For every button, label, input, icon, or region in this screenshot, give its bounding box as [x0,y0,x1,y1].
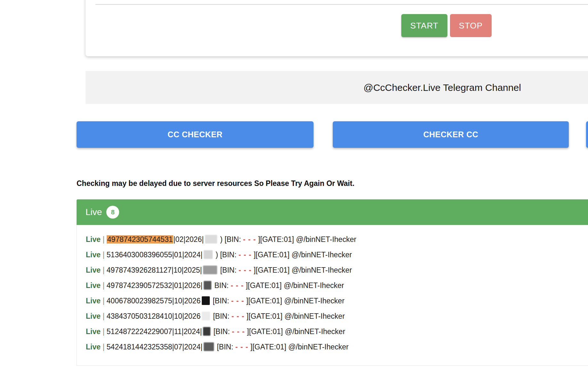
gate-tag-text: ][GATE:01] @/binNET-Ihecker [256,235,356,244]
live-panel-header: Live 8 [77,199,588,225]
live-panel-title: Live [86,207,102,217]
result-row: Live | 4006780023982575|10|2026[BIN: - -… [86,296,588,312]
separator: | [101,266,107,274]
redaction-block [202,296,210,305]
divider [95,4,588,5]
bin-dashes: - - - [239,266,252,274]
live-count-badge: 8 [106,206,119,219]
result-row: Live | 5136403008396055|01|2024|) [BIN: … [86,250,588,266]
redaction-block [205,235,217,244]
start-stop-button-row: START STOP [401,14,492,37]
bin-label: [BIN: [220,266,239,274]
result-row: Live | 5424181442325358|07|2024|[BIN: - … [86,342,588,358]
result-row: Live | 4978742305744531|02|2026|) [BIN: … [86,235,588,250]
gate-tag-text: ][GATE:01] @/binNET-Ihecker [245,327,345,336]
separator: | [101,343,107,351]
status-label: Live [86,312,101,320]
card-number: 5424181442325358 [107,343,172,351]
redaction-block [202,312,210,320]
gate-tag-text: ][GATE:01] @/binNET-Ihecker [244,297,344,305]
separator: | [101,312,107,320]
gate-tag-text: ][GATE:01] @/binNET-Ihecker [252,251,352,259]
expiry-text: |10|2026 [172,297,200,305]
bin-dashes: - - - [231,281,244,290]
expiry-text: |10|2026 [172,312,200,320]
card-number: 4384370503128410 [107,312,172,320]
delay-notice: Checking may be delayed due to server re… [77,179,355,188]
result-row: Live | 4978743926281127|10|2025|[BIN: - … [86,266,588,281]
stop-button[interactable]: STOP [450,14,492,37]
separator: | [101,281,107,290]
redaction-block [204,281,211,290]
bin-dashes: - - - [232,327,245,336]
card-number: 4006780023982575 [107,297,172,305]
bin-dashes: - - - [235,343,249,351]
bin-label: [BIN: [213,327,232,336]
bin-label: [BIN: [213,312,232,320]
gate-tag-text: ][GATE:01] @/binNET-Ihecker [244,312,345,320]
status-label: Live [86,281,101,290]
bin-dashes: - - - [232,312,245,320]
bin-label: [BIN: [217,343,235,351]
card-number: 5136403008396055 [107,251,172,259]
gate-tag-text: ][GATE:01] @/binNET-Ihecker [244,281,344,290]
result-row: Live | 4384370503128410|10|2026[BIN: - -… [86,312,588,327]
bin-dashes: - - - [243,235,256,244]
status-label: Live [86,297,101,305]
checker-form-card: START STOP [86,0,588,56]
bin-dashes: - - - [239,251,252,259]
cc-checker-button[interactable]: CC CHECKER [77,121,314,148]
bin-dashes: - - - [231,297,244,305]
status-label: Live [86,235,101,244]
partial-action-button[interactable] [586,121,588,148]
status-label: Live [86,266,101,274]
status-label: Live [86,343,101,351]
status-label: Live [86,327,101,336]
separator: | [101,297,107,305]
bin-label: [BIN: [220,251,239,259]
redaction-block [203,266,217,274]
card-number: 4978742305744531 [107,235,174,244]
redaction-block [204,342,214,351]
start-button[interactable]: START [401,14,447,37]
separator: | [101,251,107,259]
redaction-block [203,327,210,336]
telegram-banner: @CcChecker.Live Telegram Channel [86,71,588,104]
bin-label: [BIN: [225,235,243,244]
telegram-channel-text: @CcChecker.Live Telegram Channel [363,71,521,104]
expiry-text: |02|2026| [173,235,204,244]
expiry-text: |10|2025| [172,266,202,274]
card-number: 5124872224229007 [107,327,172,336]
status-label: Live [86,251,101,259]
redaction-block [204,250,213,259]
expiry-text: |07|2024| [172,343,202,351]
card-number: 4978742390572532 [107,281,172,290]
bin-label: [BIN: [213,297,231,305]
result-row: Live | 4978742390572532|01|2026|BIN: - -… [86,281,588,296]
live-results-panel: Live 8 Live | 4978742305744531|02|2026|)… [77,199,588,366]
expiry-text: |11|2024| [172,327,202,336]
separator: | [101,327,107,336]
after-censor-text: ) [220,235,225,244]
result-row: Live | 5124872224229007|11|2024|[BIN: - … [86,327,588,342]
gate-tag-text: ][GATE:01] @/binNET-Ihecker [252,266,352,274]
expiry-text: |01|2026| [172,281,202,290]
card-number: 4978743926281127 [107,266,172,274]
checker-cc-button[interactable]: CHECKER CC [333,121,569,148]
separator: | [101,235,107,244]
page: START STOP @CcChecker.Live Telegram Chan… [0,0,588,368]
bin-label: BIN: [214,281,231,290]
gate-tag-text: ][GATE:01] @/binNET-Ihecker [248,343,348,351]
expiry-text: |01|2024| [172,251,202,259]
after-censor-text: ) [216,251,220,259]
live-rows: Live | 4978742305744531|02|2026|) [BIN: … [77,225,588,366]
